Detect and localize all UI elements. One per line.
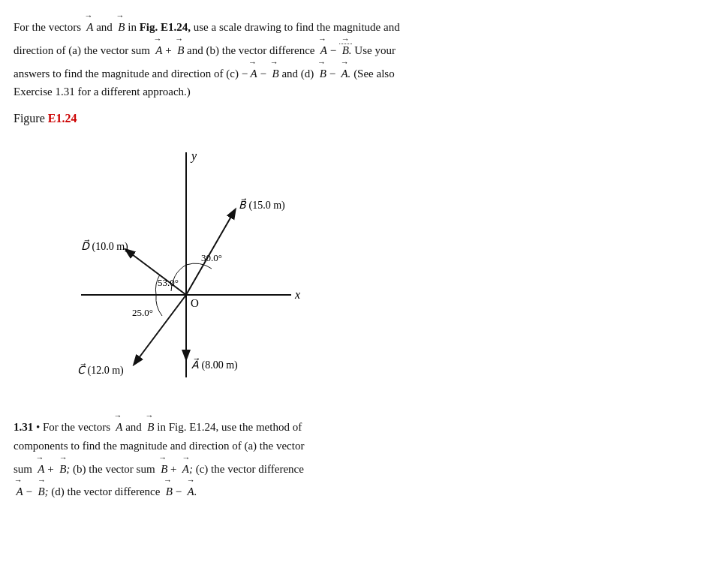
neg-B: → B — [269, 60, 279, 83]
vec-B-minus-A: → B — [317, 60, 326, 83]
diagram-container: y x O B⃗ (15.0 m) A⃗ (8.00 m) — [36, 130, 321, 400]
origin-label: O — [191, 297, 199, 309]
sum-B: → B — [174, 37, 184, 60]
bullet: • — [36, 421, 40, 433]
vector-B-label-fig: B⃗ (15.0 m) — [239, 198, 285, 212]
y-axis-label: y — [190, 149, 197, 163]
sum-AB-1-31: → A — [35, 455, 45, 479]
vec-A-d: → A. — [338, 60, 350, 83]
vector-C-label-fig: C⃗ (12.0 m) — [77, 363, 124, 377]
vec-B-1-31: → B — [145, 413, 155, 437]
and-1: and — [96, 21, 113, 33]
diff-B2-1-31: → B — [163, 478, 173, 501]
angle-arc-B — [186, 263, 212, 269]
figure-area: Figure E1.24 y x O — [14, 112, 705, 400]
angle-53-label: 53.0° — [158, 277, 179, 288]
diff-A-1-31: → A — [14, 478, 23, 501]
figure-title: Figure E1.24 — [14, 112, 705, 125]
figure-number: E1.24 — [48, 112, 77, 125]
diff-B: → B. — [339, 37, 352, 60]
vector-A-label: → A — [84, 14, 94, 37]
angle-arc-C — [156, 295, 162, 316]
sum-A2-1-31: → A; — [179, 455, 193, 479]
vector-A-label-fig: A⃗ (8.00 m) — [191, 358, 238, 371]
angle-30-label: 30.0° — [201, 252, 222, 263]
diff-A: → A — [317, 37, 327, 60]
fig-ref: Fig. E1.24, — [140, 21, 191, 33]
neg-A: → A — [248, 60, 257, 83]
section-1-31: 1.31 • For the vectors → A and → B in Fi… — [14, 413, 705, 501]
vec-A-1-31: → A — [113, 413, 123, 437]
diff-B-1-31: → B; — [35, 478, 49, 501]
sum-A-plus-B: → A — [153, 37, 163, 60]
vector-B-label: → B — [116, 14, 125, 37]
problem-text: For the vectors → A and → B in Fig. E1.2… — [14, 14, 705, 101]
sum-BA-1-31: → B — [158, 455, 167, 479]
vector-diagram: y x O B⃗ (15.0 m) A⃗ (8.00 m) — [36, 130, 321, 400]
vector-D-label-fig: D⃗ (10.0 m) — [81, 239, 128, 253]
x-axis-label: x — [294, 288, 300, 301]
vector-C — [134, 295, 186, 364]
angle-25-label: 25.0° — [132, 307, 153, 318]
diff-A2-1-31: → A. — [185, 478, 197, 501]
sum-B-1-31: → B; — [56, 455, 70, 479]
section-number: 1.31 — [14, 421, 33, 433]
